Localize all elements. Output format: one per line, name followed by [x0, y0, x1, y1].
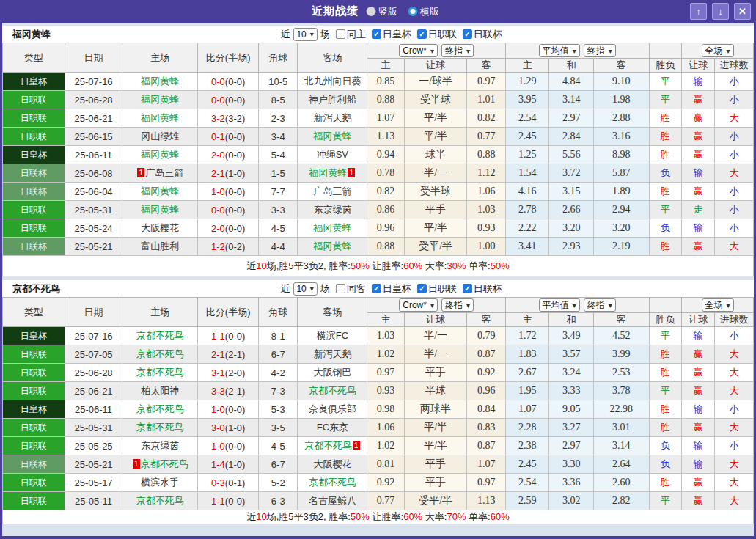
away-team-cell: 奈良俱乐部 — [298, 400, 367, 419]
radio-icon[interactable] — [366, 7, 375, 16]
odds-handicap-cell: 半/一 — [404, 327, 467, 345]
home-team-cell: 福冈黄蜂 — [122, 146, 198, 164]
handicap-header: 让球 — [682, 59, 715, 73]
horizontal-layout-radio[interactable]: 横版 — [408, 5, 439, 18]
score-cell: 1-0(0-0) — [198, 437, 259, 455]
avg-source-select[interactable]: 平均值▾ — [539, 44, 580, 57]
vertical-layout-label: 竖版 — [378, 5, 397, 18]
score-cell: 3-2(3-2) — [198, 109, 259, 128]
handicap-result-cell: 赢 — [682, 474, 715, 492]
odds-home-cell: 0.82 — [367, 183, 404, 201]
odds-source-select[interactable]: Crow*▾ — [399, 298, 438, 312]
corner-cell: 4-5 — [259, 437, 298, 455]
close-button[interactable]: ✕ — [734, 3, 751, 20]
home-team-cell: 冈山绿雉 — [122, 128, 198, 146]
score-fulltime: 2-1 — [211, 168, 225, 179]
odds-away-cell: 0.87 — [467, 437, 505, 455]
match-type-cell: 日联杯 — [3, 238, 65, 256]
odds-final-select[interactable]: 终指▾ — [441, 44, 474, 57]
score-fulltime: 0-0 — [211, 76, 225, 87]
odds-home-cell: 0.94 — [367, 146, 404, 164]
match-count-select[interactable]: 10▾ — [293, 282, 317, 296]
league-cup-checkbox[interactable]: ✓ — [463, 29, 472, 39]
odds-source-select[interactable]: Crow*▾ — [399, 44, 438, 57]
odds-away-cell: 0.82 — [467, 109, 505, 128]
scope-select[interactable]: 全场▾ — [702, 44, 734, 57]
away-team-cell: 福冈黄蜂 — [298, 128, 367, 146]
score-cell: 2-1(2-1) — [198, 345, 259, 364]
move-down-button[interactable]: ↓ — [712, 3, 729, 20]
avg-home-cell: 1.29 — [505, 73, 549, 91]
j-league-checkbox[interactable]: ✓ — [417, 29, 427, 39]
away-team-cell: 福冈黄蜂1 — [298, 164, 367, 183]
match-type-cell: 日职联 — [3, 219, 65, 238]
goals-result-cell: 小 — [715, 327, 754, 345]
match-count-select[interactable]: 10▾ — [293, 28, 317, 41]
match-type-cell: 日职联 — [3, 345, 65, 364]
goals-result-cell: 小 — [715, 91, 754, 109]
result-cell: 负 — [649, 437, 681, 455]
j-league-checkbox[interactable]: ✓ — [417, 284, 427, 293]
radio-icon[interactable] — [408, 7, 417, 16]
score-halftime: (2-0) — [225, 367, 245, 378]
avg-away-header: 客 — [593, 313, 649, 327]
avg-home-cell: 2.38 — [505, 437, 549, 455]
corner-cell: 7-3 — [259, 382, 298, 400]
move-up-button[interactable]: ↑ — [690, 3, 707, 20]
same-venue-checkbox[interactable]: ✓ — [336, 284, 345, 293]
table-row: 日职联 25-05-31 福冈黄蜂 0-0(0-0) 3-3 东京绿茵 0.86… — [3, 201, 754, 219]
league-cup-label: 日联杯 — [474, 282, 502, 296]
emperors-cup-checkbox[interactable]: ✓ — [372, 29, 381, 39]
odds-handicap-cell: 平/半 — [404, 109, 467, 128]
away-team-cell: 东京绿茵 — [298, 201, 367, 219]
corner-cell: 5-4 — [259, 146, 298, 164]
score-halftime: (0-0) — [225, 331, 245, 342]
avg-source-select[interactable]: 平均值▾ — [539, 298, 580, 312]
result-cell: 平 — [649, 382, 681, 400]
avg-away-cell: 3.01 — [593, 419, 649, 437]
score-cell: 1-0(0-0) — [198, 183, 259, 201]
avg-away-cell: 2.94 — [593, 201, 649, 219]
scope-select[interactable]: 全场▾ — [702, 298, 734, 312]
avg-home-cell: 1.54 — [505, 164, 549, 183]
avg-home-cell: 1.95 — [505, 382, 549, 400]
j-league-label: 日职联 — [428, 28, 457, 41]
emperors-cup-checkbox[interactable]: ✓ — [372, 284, 381, 293]
odds-final-select[interactable]: 终指▾ — [441, 298, 474, 312]
avg-final-select[interactable]: 终指▾ — [584, 298, 616, 312]
odds-home-header: 主 — [367, 313, 404, 327]
avg-draw-cell: 2.84 — [549, 128, 594, 146]
score-fulltime: 0-0 — [211, 205, 225, 216]
league-cup-label: 日联杯 — [474, 28, 502, 41]
score-cell: 1-2(0-2) — [198, 238, 259, 256]
handicap-result-cell: 赢 — [682, 128, 715, 146]
score-fulltime: 3-2 — [211, 113, 225, 124]
section-header: 福冈黄蜂 近 10▾ 场 ✓ 同主 ✓ 日皇杯 ✓ 日职联 ✓ 日联杯 — [2, 26, 754, 43]
same-venue-checkbox[interactable]: ✓ — [336, 29, 345, 39]
score-fulltime: 1-0 — [211, 186, 225, 197]
odds-home-cell: 0.85 — [367, 73, 404, 91]
corner-cell: 6-7 — [259, 455, 298, 474]
avg-home-cell: 2.54 — [505, 474, 549, 492]
odds-group-header: Crow*▾ 终指▾ — [367, 298, 506, 313]
corner-cell: 7-7 — [259, 183, 298, 201]
result-cell: 平 — [649, 327, 681, 345]
odds-away-cell: 1.03 — [467, 201, 505, 219]
league-cup-checkbox[interactable]: ✓ — [463, 284, 472, 293]
match-date: 25-06-28 — [65, 91, 122, 109]
red-card-badge: 1 — [137, 168, 144, 177]
corner-column-header: 角球 — [259, 298, 298, 327]
score-fulltime: 1-1 — [211, 496, 225, 507]
avg-away-cell: 1.98 — [593, 91, 649, 109]
result-cell: 胜 — [649, 128, 681, 146]
goals-result-cell: 大 — [715, 345, 754, 364]
matches-label: 场 — [320, 28, 330, 41]
home-team-cell: 东京绿茵 — [122, 437, 198, 455]
away-team-cell: 广岛三箭 — [298, 183, 367, 201]
avg-away-cell: 2.53 — [593, 364, 649, 382]
avg-final-select[interactable]: 终指▾ — [584, 44, 616, 57]
vertical-layout-radio[interactable]: 竖版 — [366, 5, 397, 18]
table-row: 日职联 25-06-28 福冈黄蜂 0-0(0-0) 8-5 神户胜利船 0.8… — [3, 91, 754, 109]
score-halftime: (0-0) — [225, 186, 245, 197]
goals-result-cell: 小 — [715, 183, 754, 201]
